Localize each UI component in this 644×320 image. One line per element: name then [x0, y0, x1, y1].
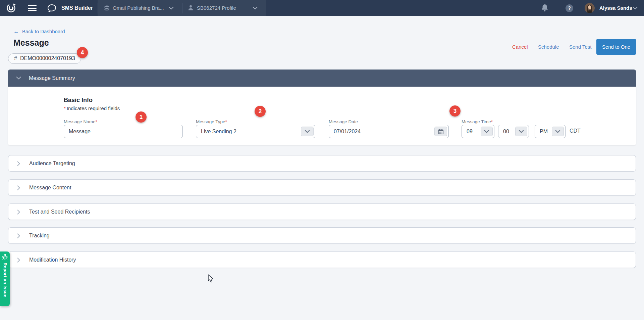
section-header-message-summary[interactable]: Message Summary	[8, 70, 636, 87]
chevron-right-icon	[17, 185, 20, 190]
avatar[interactable]	[585, 3, 595, 13]
help-icon[interactable]: ?	[566, 4, 573, 12]
nav-divider	[182, 3, 182, 13]
bug-icon	[2, 254, 8, 260]
annotation-badge-2: 2	[255, 106, 266, 117]
user-name[interactable]: Alyssa Sands	[599, 0, 632, 16]
send-to-one-button[interactable]: Send to One	[596, 39, 636, 55]
send-test-button[interactable]: Send Test	[569, 44, 591, 50]
section-test-and-seed-recipients[interactable]: Test and Seed Recipients	[8, 203, 636, 220]
chevron-down-icon[interactable]	[552, 127, 564, 136]
basic-info-heading: Basic Info	[64, 97, 93, 104]
chevron-down-icon	[16, 77, 21, 80]
cancel-button[interactable]: Cancel	[512, 44, 528, 50]
schedule-button[interactable]: Schedule	[538, 44, 559, 50]
message-id-value: DEMO0000024070193	[20, 55, 75, 61]
app-title: SMS Builder	[61, 0, 93, 16]
chevron-down-icon[interactable]	[515, 127, 527, 136]
message-type-select[interactable]: Live Sending 2	[196, 125, 315, 138]
nav-divider	[581, 4, 581, 12]
report-an-issue-tab[interactable]: Report an Issue	[0, 252, 10, 306]
profile-dropdown[interactable]: SB062724 Profile	[197, 0, 236, 16]
brand-dropdown[interactable]: Omail Publishing Bra...	[113, 0, 164, 16]
top-navbar: SMS Builder Omail Publishing Bra... SB06…	[0, 0, 644, 16]
chat-icon	[47, 4, 56, 12]
section-message-content[interactable]: Message Content	[8, 179, 636, 196]
back-arrow-icon: ←	[13, 28, 19, 35]
page: SMS Builder Omail Publishing Bra... SB06…	[0, 0, 644, 320]
chevron-right-icon	[17, 161, 20, 166]
chevron-down-icon[interactable]	[481, 127, 493, 136]
menu-icon[interactable]	[28, 5, 37, 11]
required-fields-note: *Indicates required fields	[64, 105, 120, 111]
nav-divider	[556, 4, 556, 12]
chevron-down-icon[interactable]	[169, 7, 174, 10]
message-type-label: Message Type*	[196, 119, 228, 124]
annotation-badge-1: 1	[136, 111, 147, 123]
message-name-input[interactable]	[64, 125, 183, 138]
person-icon	[188, 5, 194, 11]
nav-divider	[98, 3, 98, 13]
notifications-bell-icon[interactable]	[541, 4, 548, 12]
annotation-badge-4: 4	[77, 47, 88, 58]
section-audience-targeting[interactable]: Audience Targeting	[8, 155, 636, 172]
chevron-right-icon	[17, 233, 20, 238]
chevron-right-icon	[17, 210, 20, 215]
chevron-right-icon	[17, 258, 20, 263]
message-date-input[interactable]: 07/01/2024	[329, 125, 449, 138]
section-title: Message Summary	[29, 70, 75, 87]
message-time-label: Message Time*	[462, 119, 494, 124]
message-time-minute-select[interactable]: 00	[498, 125, 529, 138]
report-issue-label: Report an Issue	[3, 263, 8, 298]
chevron-down-icon[interactable]	[253, 7, 258, 10]
calendar-icon[interactable]	[434, 127, 447, 136]
message-id-badge: #DEMO0000024070193	[8, 53, 81, 64]
back-to-dashboard-link[interactable]: ←Back to Dashboard	[13, 28, 65, 35]
message-name-label: Message Name*	[64, 119, 98, 124]
hash-icon: #	[14, 55, 17, 61]
chevron-down-icon[interactable]	[633, 7, 638, 10]
message-date-label: Message Date	[329, 119, 358, 124]
annotation-badge-3: 3	[449, 105, 461, 117]
nav-divider	[266, 3, 266, 13]
timezone-label: CDT	[570, 128, 581, 134]
message-time-hour-select[interactable]: 09	[462, 125, 494, 138]
page-title: Message	[13, 38, 49, 48]
mouse-cursor	[208, 274, 214, 283]
database-icon	[104, 5, 110, 11]
message-time-meridiem-select[interactable]: PM	[535, 125, 566, 138]
section-modification-history[interactable]: Modification History	[8, 252, 636, 268]
chevron-down-icon[interactable]	[301, 127, 314, 136]
section-tracking[interactable]: Tracking	[8, 227, 636, 244]
omeda-logo-icon[interactable]	[6, 3, 16, 13]
